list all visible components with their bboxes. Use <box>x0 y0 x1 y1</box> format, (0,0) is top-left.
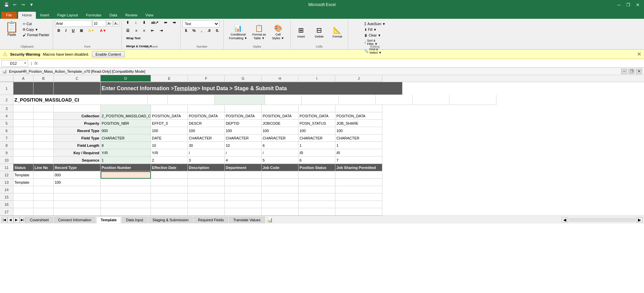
tab-formulas[interactable]: Formulas <box>82 12 105 19</box>
comma-btn[interactable]: , <box>199 28 204 35</box>
cell-c1[interactable] <box>54 82 101 95</box>
cell-h17[interactable] <box>262 208 299 216</box>
cell-e4[interactable]: POSITION_DATA <box>151 112 188 120</box>
cell-a14[interactable] <box>13 186 34 193</box>
cell-a16[interactable] <box>13 201 34 208</box>
cell-j12[interactable] <box>335 171 382 179</box>
scroll-right-btn[interactable]: ▶ <box>636 217 643 223</box>
cell-g6[interactable]: 100 <box>225 127 262 134</box>
cell-g15[interactable] <box>225 193 262 201</box>
cell-e15[interactable] <box>151 193 188 201</box>
cell-c13[interactable]: 100 <box>54 179 101 186</box>
cell-c6[interactable]: Record Type <box>54 127 101 134</box>
security-bar-close-btn[interactable]: ✕ <box>637 51 641 57</box>
cell-c3[interactable] <box>54 105 101 112</box>
cell-d2[interactable] <box>215 95 265 105</box>
cell-d14[interactable] <box>101 186 151 193</box>
format-painter-button[interactable]: 🖌 Format Painter <box>21 33 51 38</box>
cell-g4[interactable]: POSITION_DATA <box>225 112 262 120</box>
italic-button[interactable]: I <box>63 28 69 35</box>
cell-b13[interactable] <box>34 179 54 186</box>
cell-a11[interactable]: Status <box>13 164 34 171</box>
cell-j16[interactable] <box>335 201 382 208</box>
cell-h3[interactable] <box>262 105 299 112</box>
row-header-2[interactable]: 2 <box>0 95 13 105</box>
col-header-j[interactable]: J <box>335 75 382 82</box>
underline-button[interactable]: U <box>69 28 77 35</box>
tab-data[interactable]: Data <box>105 12 121 19</box>
cell-j7[interactable]: CHARACTER <box>335 134 382 142</box>
row-header-9[interactable]: 9 <box>0 149 13 157</box>
row-header-3[interactable]: 3 <box>0 105 13 112</box>
align-center-btn[interactable]: ≡ <box>133 28 140 35</box>
cell-i3[interactable] <box>299 105 335 112</box>
cell-h10[interactable]: 5 <box>262 157 299 164</box>
number-format-select[interactable]: Text General Number <box>182 20 219 27</box>
tab-file[interactable]: File <box>1 12 17 19</box>
cell-f10[interactable]: 3 <box>188 157 225 164</box>
cell-j15[interactable] <box>335 193 382 201</box>
cell-e14[interactable] <box>151 186 188 193</box>
cell-c14[interactable] <box>54 186 101 193</box>
save-quick-btn[interactable]: 💾 <box>3 1 10 8</box>
font-size-increase-btn[interactable]: A↑ <box>107 20 113 26</box>
cell-d5[interactable]: POSITION_NBR <box>101 120 151 127</box>
cell-f11[interactable]: Description <box>188 164 225 171</box>
cell-c2[interactable] <box>168 95 215 105</box>
cell-h11[interactable]: Job Code <box>262 164 299 171</box>
cell-e11[interactable]: Effective Date <box>151 164 188 171</box>
cell-b9[interactable] <box>34 149 54 157</box>
col-header-b[interactable]: B <box>34 75 54 82</box>
cell-c10[interactable]: Sequence <box>54 157 101 164</box>
cell-e12[interactable] <box>151 171 188 179</box>
cell-h4[interactable]: POSITION_DATA <box>262 112 299 120</box>
cell-g2[interactable] <box>339 95 376 105</box>
cell-b12[interactable] <box>34 171 54 179</box>
cell-b4[interactable] <box>34 112 54 120</box>
sheet-close-btn[interactable]: ✕ <box>636 69 642 74</box>
cell-g17[interactable] <box>225 208 262 216</box>
cell-b2[interactable] <box>148 95 168 105</box>
sheet-tab-template[interactable]: Template <box>96 217 121 223</box>
sheet-restore-btn[interactable]: ❐ <box>629 69 635 74</box>
bold-button[interactable]: B <box>55 28 62 35</box>
cell-i13[interactable] <box>299 179 335 186</box>
cell-i2[interactable] <box>413 95 449 105</box>
cell-a17[interactable] <box>13 208 34 216</box>
copy-button[interactable]: ⧉ Copy ▼ <box>21 27 51 32</box>
cell-f15[interactable] <box>188 193 225 201</box>
align-middle-btn[interactable]: ↕ <box>132 20 139 27</box>
increase-indent-btn[interactable]: ⇥ <box>157 28 165 35</box>
cell-c8[interactable]: Field Length <box>54 142 101 149</box>
cell-d11[interactable]: Position Number <box>101 164 151 171</box>
cell-b6[interactable] <box>34 127 54 134</box>
col-header-g[interactable]: G <box>225 75 262 82</box>
row-header-5[interactable]: 5 <box>0 120 13 127</box>
cell-e2[interactable] <box>265 95 302 105</box>
cell-i9[interactable]: /R <box>299 149 335 157</box>
cell-b11[interactable]: Line No <box>34 164 54 171</box>
cell-a4[interactable] <box>13 112 34 120</box>
cell-d4[interactable]: Z_POSITION_MASSLOAD_CI <box>101 112 151 120</box>
cell-j8[interactable]: 1 <box>335 142 382 149</box>
cell-b10[interactable] <box>34 157 54 164</box>
cell-e17[interactable] <box>151 208 188 216</box>
percent-btn[interactable]: % <box>190 28 198 35</box>
cell-b8[interactable] <box>34 142 54 149</box>
clear-btn[interactable]: 🗑Clear ▼ <box>363 33 382 38</box>
cell-a12[interactable]: Template <box>13 171 34 179</box>
cell-i11[interactable]: Position Status <box>299 164 335 171</box>
close-btn[interactable]: ✕ <box>634 1 641 8</box>
cell-a2[interactable]: Z_POSITION_MASSLOAD_CI <box>13 95 148 105</box>
col-header-e[interactable]: E <box>151 75 188 82</box>
cell-d15[interactable] <box>101 193 151 201</box>
cell-d9[interactable]: Y/R <box>101 149 151 157</box>
wrap-text-btn[interactable]: Wrap Text <box>124 36 143 43</box>
cell-a8[interactable] <box>13 142 34 149</box>
cell-e7[interactable]: DATE <box>151 134 188 142</box>
cell-a13[interactable]: Template <box>13 179 34 186</box>
sheet-tab-last-btn[interactable]: ▶| <box>19 217 25 223</box>
align-left-btn[interactable]: ☰ <box>124 28 132 35</box>
cell-f13[interactable] <box>188 179 225 186</box>
col-header-a[interactable]: A <box>13 75 34 82</box>
